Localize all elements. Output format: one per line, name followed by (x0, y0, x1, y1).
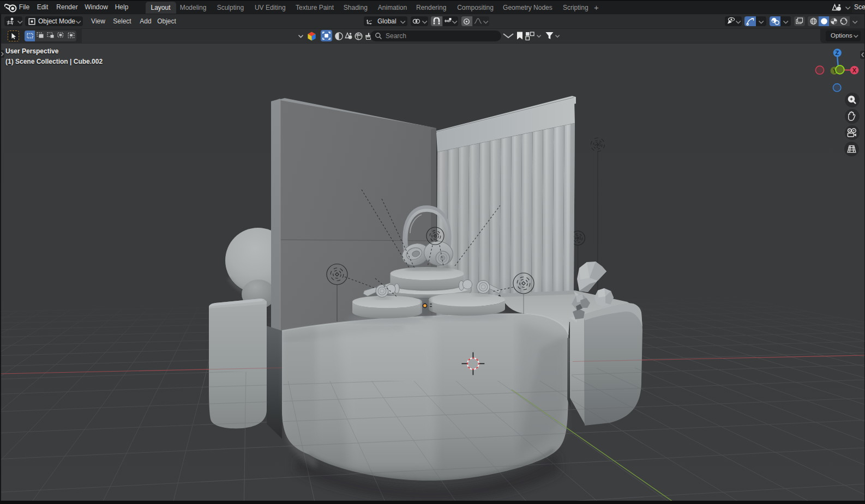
svg-text:Z: Z (835, 50, 839, 56)
svg-text:X: X (852, 67, 857, 74)
